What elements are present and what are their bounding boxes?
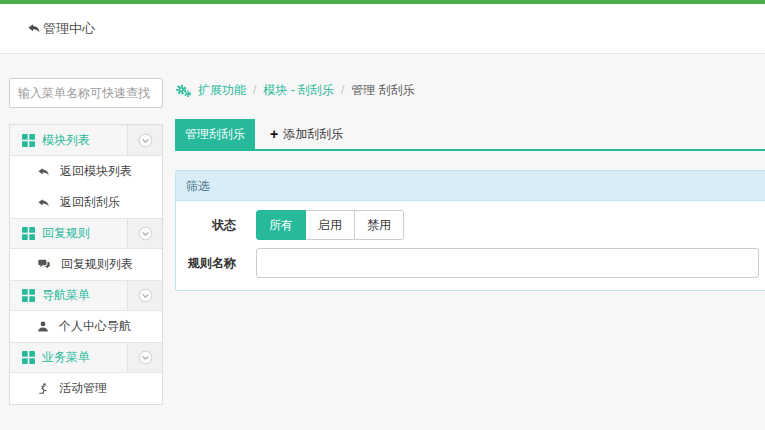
- sidebar-item-reply-rule-list[interactable]: 回复规则列表: [10, 249, 162, 280]
- grid-icon: [22, 227, 35, 240]
- sidebar-item-personal-center-nav[interactable]: 个人中心导航: [10, 311, 162, 342]
- item-label: 个人中心导航: [59, 318, 131, 335]
- sidebar-group-module-list[interactable]: 模块列表: [10, 125, 162, 156]
- tab-manage-scratch[interactable]: 管理刮刮乐: [175, 119, 255, 149]
- menu-search-input[interactable]: [9, 78, 163, 108]
- group-toggle[interactable]: [127, 343, 162, 372]
- item-label: 活动管理: [59, 380, 107, 397]
- tab-add-scratch[interactable]: + 添加刮刮乐: [255, 119, 358, 149]
- group-label: 业务菜单: [42, 349, 90, 366]
- reply-icon: [27, 22, 41, 35]
- group-label: 模块列表: [42, 132, 90, 149]
- sidebar-menu: 模块列表 返回模块列表 返回刮刮乐 回复规则: [9, 124, 163, 405]
- sidebar-group-nav-menu[interactable]: 导航菜单: [10, 280, 162, 311]
- status-all-button[interactable]: 所有: [256, 210, 306, 240]
- user-icon: [37, 320, 49, 333]
- status-button-group: 所有 启用 禁用: [256, 210, 404, 240]
- tab-add-label: 添加刮刮乐: [283, 126, 343, 143]
- sidebar-group-reply-rules[interactable]: 回复规则: [10, 218, 162, 249]
- reply-icon: [37, 166, 50, 178]
- page-title-text: 管理中心: [43, 20, 95, 38]
- group-label: 回复规则: [42, 225, 90, 242]
- status-label: 状态: [176, 217, 236, 234]
- sidebar-item-activity-management[interactable]: 活动管理: [10, 373, 162, 404]
- skater-icon: [37, 382, 49, 395]
- tab-bar: 管理刮刮乐 + 添加刮刮乐: [175, 119, 765, 151]
- main-content: 扩展功能 / 模块 - 刮刮乐 / 管理 刮刮乐 管理刮刮乐 + 添加刮刮乐 筛…: [175, 82, 765, 291]
- breadcrumb-separator: /: [253, 83, 256, 97]
- sidebar-item-return-module-list[interactable]: 返回模块列表: [10, 156, 162, 187]
- comments-icon: [37, 258, 51, 271]
- grid-icon: [22, 289, 35, 302]
- page-title: 管理中心: [27, 20, 95, 38]
- item-label: 回复规则列表: [61, 256, 133, 273]
- status-enabled-button[interactable]: 启用: [305, 210, 355, 240]
- plus-icon: +: [270, 127, 278, 141]
- reply-icon: [37, 197, 50, 209]
- app-header: 管理中心: [0, 4, 765, 54]
- grid-icon: [22, 134, 35, 147]
- filter-panel-body: 状态 所有 启用 禁用 规则名称: [176, 201, 765, 290]
- group-toggle[interactable]: [127, 281, 162, 310]
- filter-panel-title: 筛选: [176, 171, 765, 201]
- group-toggle[interactable]: [127, 125, 162, 155]
- rule-name-controls: [256, 248, 759, 278]
- status-controls: 所有 启用 禁用: [256, 210, 759, 240]
- breadcrumb-current: 管理 刮刮乐: [351, 82, 414, 99]
- chevron-down-icon: [138, 288, 153, 303]
- breadcrumb-link-module-scratch[interactable]: 模块 - 刮刮乐: [263, 82, 334, 99]
- breadcrumb-link-extensions[interactable]: 扩展功能: [198, 82, 246, 99]
- status-disabled-button[interactable]: 禁用: [354, 210, 404, 240]
- item-label: 返回模块列表: [60, 163, 132, 180]
- sidebar-group-business-menu[interactable]: 业务菜单: [10, 342, 162, 373]
- group-toggle[interactable]: [127, 219, 162, 248]
- breadcrumb-separator: /: [341, 83, 344, 97]
- grid-icon: [22, 351, 35, 364]
- item-label: 返回刮刮乐: [60, 194, 120, 211]
- sidebar: 模块列表 返回模块列表 返回刮刮乐 回复规则: [9, 78, 163, 405]
- chevron-down-icon: [138, 350, 153, 365]
- chevron-down-icon: [138, 133, 153, 148]
- breadcrumb: 扩展功能 / 模块 - 刮刮乐 / 管理 刮刮乐: [175, 82, 765, 98]
- group-label: 导航菜单: [42, 287, 90, 304]
- rule-name-row: 规则名称: [176, 248, 765, 278]
- chevron-down-icon: [138, 226, 153, 241]
- gears-icon: [175, 83, 191, 98]
- filter-panel: 筛选 状态 所有 启用 禁用 规则名称: [175, 170, 765, 291]
- rule-name-label: 规则名称: [176, 255, 236, 272]
- sidebar-item-return-scratch[interactable]: 返回刮刮乐: [10, 187, 162, 218]
- status-row: 状态 所有 启用 禁用: [176, 210, 765, 240]
- rule-name-input[interactable]: [256, 248, 759, 278]
